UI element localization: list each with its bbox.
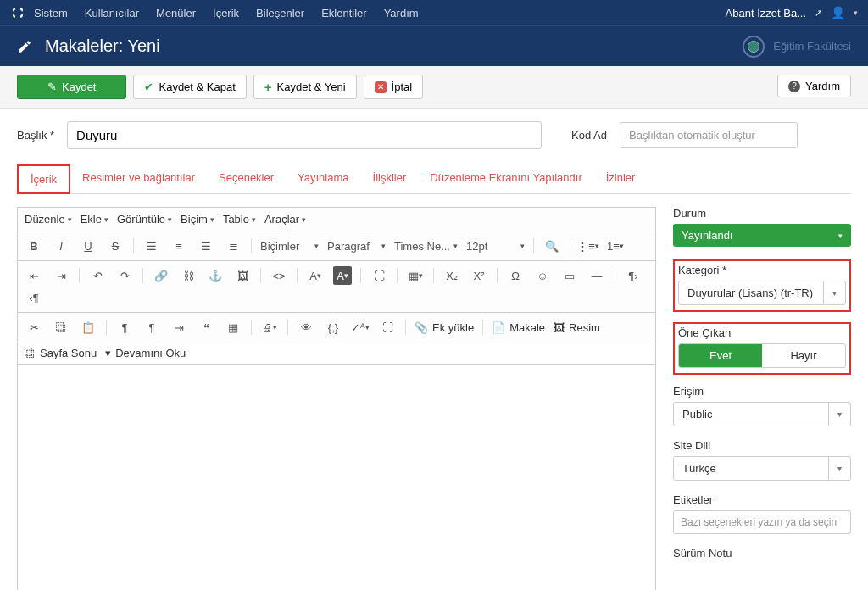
indent-icon[interactable]: ⇥: [52, 266, 70, 285]
blockquote-icon[interactable]: ❝: [197, 318, 215, 337]
alias-input[interactable]: [620, 122, 798, 148]
code-icon[interactable]: <>: [270, 266, 288, 285]
align-center-icon[interactable]: ≡: [170, 237, 188, 255]
show-para-icon[interactable]: ¶: [115, 318, 134, 337]
access-select[interactable]: Public ▾: [673, 402, 851, 426]
help-icon: ?: [788, 81, 800, 92]
print-icon[interactable]: 🖨▾: [260, 318, 279, 337]
link-icon[interactable]: 🔗: [152, 266, 170, 285]
save-new-button[interactable]: + Kaydet & Yeni: [253, 75, 357, 99]
readmore-button[interactable]: ▾Devamını Oku: [105, 347, 186, 359]
subscript-icon[interactable]: X₂: [442, 266, 461, 285]
editor-menu-edit[interactable]: Düzenle▾: [25, 213, 72, 225]
rtl-icon[interactable]: ‹¶: [25, 288, 43, 307]
nav-kullanicilar[interactable]: Kullanıcılar: [85, 7, 139, 19]
format-dropdown[interactable]: Paragraf▾: [327, 240, 386, 253]
emoji-icon[interactable]: ☺: [533, 266, 552, 285]
nav-menuler[interactable]: Menüler: [156, 7, 196, 19]
bg-color-icon[interactable]: A▾: [333, 266, 352, 285]
special-char-icon[interactable]: Ω: [506, 266, 525, 285]
editor-menu-view[interactable]: Görüntüle▾: [117, 213, 172, 225]
show-blocks-icon[interactable]: ¶: [142, 318, 161, 337]
preview-icon[interactable]: 👁: [297, 318, 315, 337]
find-replace-icon[interactable]: 🔍: [542, 237, 561, 255]
template-icon[interactable]: ▦: [224, 318, 242, 337]
editor-menu-tools[interactable]: Araçlar▾: [264, 213, 306, 225]
save-close-button[interactable]: ✔ Kaydet & Kapat: [133, 75, 246, 99]
nav-yardim[interactable]: Yardım: [384, 7, 419, 19]
underline-icon[interactable]: U: [79, 237, 97, 255]
redo-icon[interactable]: ↷: [115, 266, 134, 285]
tab-content[interactable]: İçerik: [17, 164, 70, 194]
image-icon[interactable]: 🖼: [233, 266, 252, 285]
brand-name: Eğitim Fakültesi: [773, 40, 851, 53]
nav-site-name[interactable]: Abant İzzet Ba...: [726, 7, 806, 19]
unlink-icon[interactable]: ⛓: [179, 266, 198, 285]
fullscreen-icon[interactable]: ⛶: [370, 266, 388, 285]
featured-no[interactable]: Hayır: [762, 344, 845, 367]
caret-down-icon: ▾: [838, 231, 843, 240]
user-icon[interactable]: 👤: [831, 6, 845, 19]
save-button[interactable]: ✎ Kaydet: [17, 75, 126, 99]
tags-label: Etiketler: [673, 493, 851, 506]
access-label: Erişim: [673, 385, 851, 398]
tab-images-links[interactable]: Resimler ve bağlantılar: [70, 164, 207, 193]
font-dropdown[interactable]: Times Ne...▾: [394, 240, 458, 253]
styles-dropdown[interactable]: Biçimler▾: [260, 240, 319, 253]
nbsp-icon[interactable]: ⇥: [170, 318, 188, 337]
editor-menu-insert[interactable]: Ekle▾: [81, 213, 108, 225]
language-select[interactable]: Türkçe ▾: [673, 456, 851, 481]
brand-logo-icon: [743, 36, 765, 58]
codesample-icon[interactable]: {;}: [324, 318, 342, 337]
tags-input[interactable]: [673, 510, 851, 534]
cut-icon[interactable]: ✂: [25, 318, 43, 337]
user-menu-caret-icon[interactable]: ▾: [854, 8, 858, 17]
superscript-icon[interactable]: X²: [470, 266, 488, 285]
nav-sistem[interactable]: Sistem: [34, 7, 68, 19]
upload-button[interactable]: 📎Ek yükle: [415, 321, 474, 334]
status-select[interactable]: Yayınlandı ▾: [673, 224, 851, 247]
outdent-icon[interactable]: ⇤: [25, 266, 43, 285]
media-icon[interactable]: ▭: [560, 266, 579, 285]
editor-menu-table[interactable]: Tablo▾: [223, 213, 256, 225]
align-right-icon[interactable]: ☰: [197, 237, 215, 255]
title-input[interactable]: [67, 121, 542, 149]
size-dropdown[interactable]: 12pt▾: [466, 240, 525, 253]
align-left-icon[interactable]: ☰: [142, 237, 161, 255]
strikethrough-icon[interactable]: S: [106, 237, 125, 255]
nav-bilesenler[interactable]: Bileşenler: [256, 7, 304, 19]
pagebreak-button[interactable]: ⿻Sayfa Sonu: [25, 347, 97, 359]
italic-icon[interactable]: I: [52, 237, 70, 255]
anchor-icon[interactable]: ⚓: [206, 266, 225, 285]
bullet-list-icon[interactable]: ⋮≡▾: [579, 237, 598, 255]
category-select[interactable]: Duyurular (Lisans) (tr-TR) ▾: [678, 281, 846, 305]
tab-associations[interactable]: İlişkiler: [361, 164, 419, 193]
image-button[interactable]: 🖼Resim: [554, 321, 600, 334]
nav-icerik[interactable]: İçerik: [213, 7, 239, 19]
spellcheck-icon[interactable]: ✓ᴬ▾: [351, 318, 370, 337]
table-icon[interactable]: ▦▾: [406, 266, 425, 285]
undo-icon[interactable]: ↶: [88, 266, 107, 285]
tab-options[interactable]: Seçenekler: [207, 164, 286, 193]
copy-icon[interactable]: ⿻: [52, 318, 70, 337]
paste-icon[interactable]: 📋: [79, 318, 97, 337]
tab-publishing[interactable]: Yayınlama: [286, 164, 360, 193]
editor-menu-format[interactable]: Biçim▾: [181, 213, 214, 225]
ltr-icon[interactable]: ¶›: [624, 266, 643, 285]
alias-label: Kod Ad: [571, 129, 607, 142]
number-list-icon[interactable]: 1≡▾: [606, 237, 625, 255]
help-button[interactable]: ? Yardım: [777, 75, 851, 97]
tab-configure-screen[interactable]: Düzenleme Ekranını Yapılandır: [418, 164, 593, 193]
featured-yes[interactable]: Evet: [679, 344, 762, 367]
fullscreen2-icon[interactable]: ⛶: [378, 318, 397, 337]
align-justify-icon[interactable]: ≣: [224, 237, 242, 255]
tab-permissions[interactable]: İzinler: [594, 164, 648, 193]
bold-icon[interactable]: B: [25, 237, 43, 255]
cancel-button[interactable]: ✕ İptal: [364, 75, 424, 99]
language-label: Site Dili: [673, 439, 851, 452]
text-color-icon[interactable]: A▾: [306, 266, 325, 285]
hr-icon[interactable]: —: [587, 266, 606, 285]
article-button[interactable]: 📄Makale: [492, 321, 545, 334]
nav-eklentiler[interactable]: Eklentiler: [321, 7, 366, 19]
editor-content-area[interactable]: [17, 365, 656, 590]
